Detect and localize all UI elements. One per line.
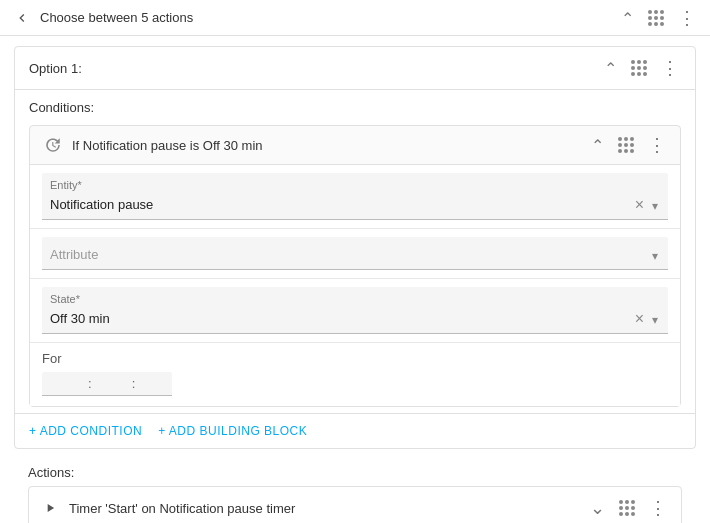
time-ss-input[interactable] [137,376,173,391]
state-clear-button[interactable] [633,307,646,329]
attribute-field-row: Attribute [30,229,680,279]
option-card: Option 1: Conditions: [14,46,696,449]
state-value: Off 30 min [50,311,110,326]
conditions-label: Conditions: [15,90,695,119]
action-title: Timer 'Start' on Notification pause time… [69,501,295,516]
state-field-control: Off 30 min [50,307,660,329]
top-bar-right [619,7,698,29]
collapse-button[interactable] [619,7,636,29]
entity-field-icons [633,193,660,215]
entity-label: Entity* [50,179,82,191]
option-more-button[interactable] [659,57,681,79]
add-building-block-button[interactable]: + ADD BUILDING BLOCK [158,424,307,438]
state-dropdown-button[interactable] [650,307,660,329]
for-label: For [42,351,668,366]
option-grid-button[interactable] [629,58,649,78]
action-more-button[interactable] [647,497,669,519]
add-buttons: + ADD CONDITION + ADD BUILDING BLOCK [15,413,695,448]
entity-field-row: Entity* Notification pause [30,165,680,229]
attribute-field-control: Attribute [50,243,660,265]
top-bar: Choose between 5 actions [0,0,710,36]
top-bar-title: Choose between 5 actions [40,10,193,25]
time-inputs: : : [42,372,172,396]
main-container: Option 1: Conditions: [0,36,710,523]
for-field: For : : [30,343,680,406]
state-field-icons [633,307,660,329]
condition-grid-button[interactable] [616,135,636,155]
condition-block: If Notification pause is Off 30 min [29,125,681,407]
condition-header-left: If Notification pause is Off 30 min [42,134,263,156]
action-grid-button[interactable] [617,498,637,518]
option-collapse-button[interactable] [602,57,619,79]
state-field-row: State* Off 30 min [30,279,680,343]
condition-title: If Notification pause is Off 30 min [72,138,263,153]
action-collapse-button[interactable] [588,497,607,519]
actions-section: Actions: Timer 'Start' on Notification p… [14,459,696,523]
actions-label: Actions: [28,465,682,480]
entity-input-field[interactable]: Entity* Notification pause [42,173,668,220]
condition-header: If Notification pause is Off 30 min [30,126,680,165]
grid-button[interactable] [646,8,666,28]
attribute-input-field[interactable]: Attribute [42,237,668,270]
option-label: Option 1: [29,61,82,76]
action-play-button[interactable] [41,499,59,517]
add-condition-button[interactable]: + ADD CONDITION [29,424,142,438]
time-sep-1: : [86,376,94,391]
attribute-dropdown-button[interactable] [650,243,660,265]
condition-collapse-button[interactable] [589,134,606,156]
time-sep-2: : [130,376,138,391]
time-hh-input[interactable] [50,376,86,391]
condition-header-right [589,134,668,156]
action-item: Timer 'Start' on Notification pause time… [28,486,682,523]
entity-clear-button[interactable] [633,193,646,215]
attribute-value: Attribute [50,247,98,262]
condition-more-button[interactable] [646,134,668,156]
option-header-right [602,57,681,79]
entity-field-control: Notification pause [50,193,660,215]
entity-dropdown-button[interactable] [650,193,660,215]
entity-value: Notification pause [50,197,153,212]
top-bar-left: Choose between 5 actions [12,8,193,28]
state-input-field[interactable]: State* Off 30 min [42,287,668,334]
more-menu-button[interactable] [676,7,698,29]
state-label: State* [50,293,80,305]
option-header: Option 1: [15,47,695,90]
back-button[interactable] [12,8,32,28]
time-mm-input[interactable] [94,376,130,391]
action-item-right [588,497,669,519]
automation-icon [42,134,64,156]
action-item-left: Timer 'Start' on Notification pause time… [41,499,295,517]
attribute-field-icons [650,243,660,265]
